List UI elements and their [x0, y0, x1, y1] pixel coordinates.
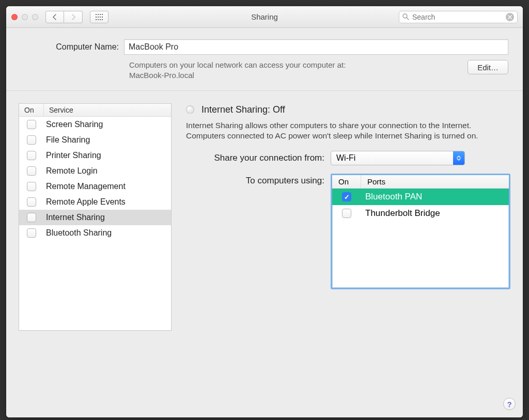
show-all-button[interactable] — [90, 11, 108, 23]
service-checkbox[interactable] — [27, 151, 36, 160]
computer-name-subtext: Computers on your local network can acce… — [129, 60, 346, 81]
ports-header-on: On — [332, 175, 361, 188]
service-detail: Internet Sharing: Off Internet Sharing a… — [186, 103, 510, 409]
service-checkbox[interactable] — [27, 228, 36, 238]
clear-search-button[interactable] — [506, 13, 514, 21]
window-close-button[interactable] — [11, 14, 18, 20]
port-name: Bluetooth PAN — [361, 192, 509, 202]
x-icon — [508, 15, 512, 19]
share-from-label: Share your connection from: — [186, 153, 331, 163]
service-checkbox[interactable] — [27, 213, 36, 222]
service-row[interactable]: Remote Apple Events — [19, 194, 171, 210]
service-row[interactable]: Remote Login — [19, 163, 171, 179]
svg-rect-7 — [102, 17, 103, 18]
search-input[interactable] — [412, 13, 503, 21]
preferences-window: Sharing Computer Name: Computers on your… — [6, 6, 523, 417]
help-button[interactable]: ? — [503, 398, 516, 410]
service-name: Internet Sharing — [44, 213, 171, 222]
edit-hostname-button[interactable]: Edit… — [468, 60, 508, 74]
service-row[interactable]: Printer Sharing — [19, 148, 171, 163]
service-checkbox[interactable] — [27, 135, 36, 145]
computer-name-input[interactable] — [124, 39, 508, 55]
svg-rect-1 — [98, 14, 99, 15]
service-name: Remote Login — [44, 166, 171, 176]
port-row[interactable]: Thunderbolt Bridge — [332, 205, 509, 222]
service-checkbox[interactable] — [27, 182, 36, 191]
svg-rect-2 — [100, 14, 101, 15]
back-button[interactable] — [45, 11, 64, 23]
share-from-select[interactable]: Wi-Fi — [331, 151, 465, 165]
service-list[interactable]: On Service Screen SharingFile SharingPri… — [19, 103, 172, 331]
service-checkbox[interactable] — [27, 197, 36, 207]
svg-rect-8 — [96, 19, 97, 20]
service-list-header: On Service — [19, 104, 171, 117]
ports-list[interactable]: On Ports Bluetooth PANThunderbolt Bridge — [331, 174, 510, 289]
header-service: Service — [44, 104, 171, 116]
search-icon — [402, 13, 409, 20]
header-on: On — [19, 104, 44, 116]
chevron-left-icon — [52, 14, 57, 20]
status-indicator-icon — [186, 105, 194, 114]
forward-button[interactable] — [64, 11, 83, 23]
window-minimize-button[interactable] — [22, 14, 28, 20]
svg-rect-4 — [96, 17, 97, 18]
service-name: File Sharing — [44, 135, 171, 145]
svg-line-13 — [407, 18, 409, 20]
ports-header: On Ports — [332, 175, 509, 189]
computer-name-label: Computer Name: — [21, 42, 124, 52]
svg-rect-3 — [102, 14, 103, 15]
svg-rect-5 — [98, 17, 99, 18]
svg-rect-6 — [100, 17, 101, 18]
chevron-right-icon — [71, 14, 76, 20]
service-checkbox[interactable] — [27, 120, 36, 129]
service-row[interactable]: Remote Management — [19, 179, 171, 194]
port-name: Thunderbolt Bridge — [361, 208, 509, 219]
to-computers-using-label: To computers using: — [186, 174, 331, 186]
chevron-down-icon — [457, 158, 461, 161]
service-name: Screen Sharing — [44, 120, 171, 129]
ports-header-ports: Ports — [361, 175, 509, 188]
service-name: Printer Sharing — [44, 151, 171, 160]
port-checkbox[interactable] — [342, 209, 351, 218]
nav-back-forward — [45, 11, 83, 23]
port-checkbox[interactable] — [342, 192, 351, 201]
service-checkbox[interactable] — [27, 166, 36, 176]
select-arrows-icon — [453, 151, 464, 165]
service-description: Internet Sharing allows other computers … — [186, 120, 496, 142]
local-hostname: MacBook-Pro.local — [129, 71, 194, 80]
window-zoom-button[interactable] — [32, 14, 38, 20]
service-name: Remote Apple Events — [44, 197, 171, 207]
computer-name-section: Computer Name: Computers on your local n… — [6, 28, 523, 91]
content-area: On Service Screen SharingFile SharingPri… — [6, 91, 523, 418]
traffic-lights — [11, 14, 38, 20]
service-row[interactable]: Bluetooth Sharing — [19, 225, 171, 241]
service-row[interactable]: File Sharing — [19, 132, 171, 148]
service-name: Remote Management — [44, 182, 171, 191]
status-title: Internet Sharing: Off — [201, 104, 285, 115]
share-from-value: Wi-Fi — [331, 153, 453, 163]
service-name: Bluetooth Sharing — [44, 228, 171, 238]
network-access-line: Computers on your local network can acce… — [129, 60, 346, 69]
svg-rect-9 — [98, 19, 99, 20]
grid-icon — [96, 14, 103, 20]
svg-rect-10 — [100, 19, 101, 20]
port-row[interactable]: Bluetooth PAN — [332, 189, 509, 205]
search-field[interactable] — [399, 11, 518, 23]
svg-rect-11 — [102, 19, 103, 20]
service-row[interactable]: Internet Sharing — [19, 210, 171, 225]
titlebar: Sharing — [6, 6, 523, 28]
service-row[interactable]: Screen Sharing — [19, 117, 171, 132]
svg-rect-0 — [96, 14, 97, 15]
